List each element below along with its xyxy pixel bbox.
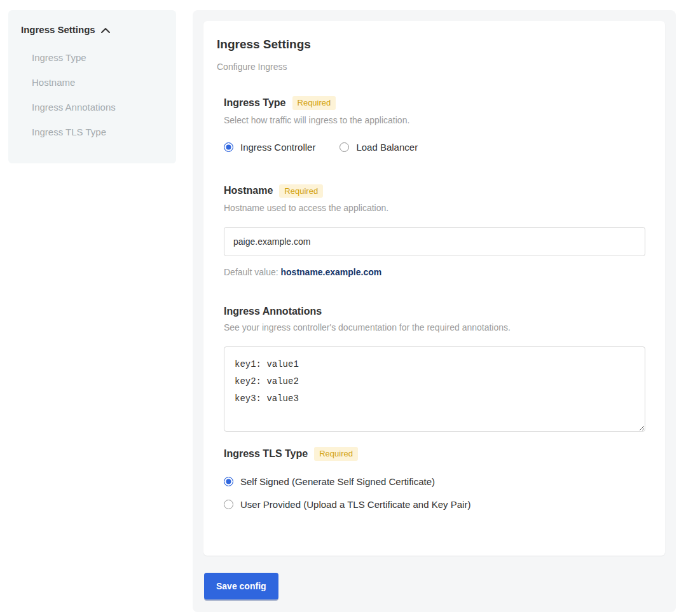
radio-unselected-icon (224, 500, 233, 509)
section-title-hostname: Hostname (224, 185, 273, 196)
section-title-ingress-annotations: Ingress Annotations (224, 306, 322, 317)
radio-label: User Provided (Upload a TLS Certificate … (240, 499, 470, 510)
sidebar-item-ingress-tls-type[interactable]: Ingress TLS Type (32, 120, 163, 144)
required-badge: Required (314, 447, 358, 461)
required-badge: Required (292, 96, 336, 110)
section-help-ingress-type: Select how traffic will ingress to the a… (224, 115, 645, 125)
sidebar-item-list: Ingress Type Hostname Ingress Annotation… (21, 45, 163, 144)
radio-ingress-controller[interactable]: Ingress Controller (224, 142, 315, 153)
config-nav-sidebar: Ingress Settings Ingress Type Hostname I… (8, 10, 176, 163)
chevron-up-icon (101, 27, 110, 33)
default-value-label: Default value: (224, 267, 278, 277)
card-subtitle: Configure Ingress (217, 62, 645, 72)
sidebar-item-hostname[interactable]: Hostname (32, 70, 163, 95)
sidebar-group-ingress-settings[interactable]: Ingress Settings (21, 24, 163, 35)
card-title: Ingress Settings (217, 38, 645, 51)
sidebar-item-ingress-type[interactable]: Ingress Type (32, 45, 163, 70)
radio-label: Ingress Controller (240, 142, 315, 153)
hostname-default-line: Default value: hostname.example.com (224, 267, 645, 277)
radio-label: Self Signed (Generate Self Signed Certif… (240, 476, 435, 487)
default-value-text: hostname.example.com (281, 267, 382, 277)
section-ingress-type: Ingress Type Required Select how traffic… (224, 96, 645, 153)
save-config-button[interactable]: Save config (204, 573, 278, 599)
section-title-ingress-tls-type: Ingress TLS Type (224, 448, 308, 460)
section-ingress-annotations: Ingress Annotations See your ingress con… (224, 306, 645, 432)
section-help-hostname: Hostname used to access the application. (224, 203, 645, 213)
ingress-annotations-textarea[interactable]: key1: value1 key2: value2 key3: value3 (224, 346, 645, 432)
config-card: Ingress Settings Configure Ingress Ingre… (203, 21, 665, 556)
page: Ingress Settings Ingress Type Hostname I… (0, 0, 693, 616)
radio-selected-icon (224, 142, 233, 152)
radio-load-balancer[interactable]: Load Balancer (340, 142, 418, 153)
radio-selected-icon (224, 477, 233, 486)
tls-type-radio-group: Self Signed (Generate Self Signed Certif… (224, 476, 645, 510)
radio-label: Load Balancer (356, 142, 418, 153)
radio-self-signed[interactable]: Self Signed (Generate Self Signed Certif… (224, 476, 645, 487)
required-badge: Required (279, 184, 323, 198)
radio-user-provided[interactable]: User Provided (Upload a TLS Certificate … (224, 499, 645, 510)
ingress-type-radio-group: Ingress Controller Load Balancer (224, 142, 645, 153)
config-main-panel: Ingress Settings Configure Ingress Ingre… (193, 10, 676, 612)
section-hostname: Hostname Required Hostname used to acces… (224, 184, 645, 278)
section-ingress-tls-type: Ingress TLS Type Required Self Signed (G… (224, 447, 645, 510)
radio-unselected-icon (340, 142, 349, 152)
sidebar-item-ingress-annotations[interactable]: Ingress Annotations (32, 95, 163, 120)
sidebar-group-title: Ingress Settings (21, 24, 95, 35)
section-title-ingress-type: Ingress Type (224, 97, 286, 109)
section-help-ingress-annotations: See your ingress controller's documentat… (224, 322, 645, 332)
hostname-input[interactable] (224, 227, 645, 256)
